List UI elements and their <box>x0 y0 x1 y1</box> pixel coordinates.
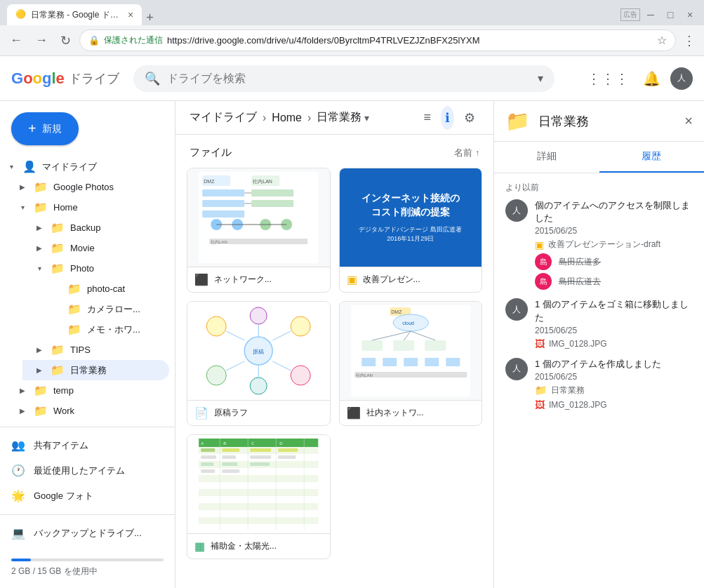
file-card-presentation[interactable]: インターネット接続のコスト削減の提案 デジタルアドバンテージ 島田広道著2016… <box>339 168 483 293</box>
sidebar-item-memo[interactable]: 📁 メモ・ホワ... <box>34 319 169 340</box>
search-bar[interactable]: 🔍 ▾ <box>133 65 554 92</box>
sidebar-item-shared[interactable]: 👥 共有アイテム <box>0 433 169 458</box>
notifications-button[interactable]: 🔔 <box>639 66 665 91</box>
sort-label: 名前 <box>454 147 472 159</box>
svg-point-33 <box>250 377 267 394</box>
item-label: TIPS <box>70 345 91 355</box>
active-tab[interactable]: 🟡 日常業務 - Google ドライブ × <box>7 4 142 25</box>
sidebar-item-camera[interactable]: 📁 カメラロー... <box>34 299 169 319</box>
sidebar-item-work[interactable]: ▶ 📁 Work <box>11 401 169 421</box>
svg-rect-51 <box>425 358 439 366</box>
maximize-button[interactable]: □ <box>663 8 677 22</box>
file-name: 社内ネットワ... <box>366 407 424 419</box>
item-label: Photo <box>70 263 94 274</box>
search-input[interactable] <box>167 72 531 85</box>
history-file-1: ▣ 改善プレゼンテーション-draft <box>535 239 693 250</box>
svg-rect-86 <box>201 469 215 473</box>
sidebar-divider <box>0 427 175 427</box>
svg-point-29 <box>291 366 310 385</box>
tab-area: 🟡 日常業務 - Google ドライブ × + <box>7 4 158 25</box>
history-filename-2: IMG_0128.JPG <box>549 339 607 349</box>
file-type-icon: ▦ <box>194 540 205 553</box>
sidebar-item-mydrive[interactable]: ▾ 👤 マイドライブ <box>0 156 169 177</box>
tab-details[interactable]: 詳細 <box>494 142 599 173</box>
history-date-1: 2015/06/25 <box>535 226 693 236</box>
photo-children: 📁 photo-cat 📁 カメラロー... 📁 メモ・ホワ... <box>22 279 175 340</box>
file-thumbnail: インターネット接続のコスト削減の提案 デジタルアドバンテージ 島田広道著2016… <box>340 168 482 267</box>
file-type-icon: ⬛ <box>347 406 361 420</box>
history-item-3: 人 1 個のアイテムを作成しました 2015/06/25 📁 日常業務 🖼 IM… <box>505 358 693 410</box>
bookmark-button[interactable]: ☆ <box>657 34 667 47</box>
breadcrumb-dropdown-icon[interactable]: ▾ <box>364 112 369 123</box>
list-view-button[interactable]: ≡ <box>419 106 435 130</box>
apps-button[interactable]: ⋮⋮⋮ <box>583 66 633 91</box>
history-body-1: 個のアイテムへのアクセスを制限しました 2015/06/25 ▣ 改善プレゼンテ… <box>535 199 693 290</box>
sidebar-item-google-photos[interactable]: ▶ 📁 Google Photos <box>11 177 169 197</box>
avatar[interactable]: 人 <box>670 67 693 90</box>
sidebar-item-photo[interactable]: ▾ 📁 Photo <box>22 258 169 279</box>
svg-rect-76 <box>222 448 239 452</box>
panel-close-button[interactable]: × <box>684 113 693 129</box>
sort-control[interactable]: 名前 ↑ <box>454 147 479 159</box>
breadcrumb-current-label: 日常業務 <box>317 110 361 125</box>
svg-text:原稿: 原稿 <box>253 349 264 355</box>
settings-button[interactable]: ⚙ <box>460 106 479 130</box>
breadcrumb-home[interactable]: Home <box>272 112 302 124</box>
sidebar-item-home[interactable]: ▾ 📁 Home <box>11 197 169 218</box>
svg-rect-54 <box>199 439 318 447</box>
sidebar-item-movie[interactable]: ▶ 📁 Movie <box>22 238 169 258</box>
browser-menu-button[interactable]: ⋮ <box>680 30 698 51</box>
svg-rect-64 <box>199 482 318 489</box>
plus-icon: + <box>28 121 36 137</box>
breadcrumb: マイドライブ › Home › 日常業務 ▾ ≡ ℹ ⚙ <box>175 101 493 135</box>
item-label: Work <box>53 406 74 416</box>
sidebar-item-photo-cat[interactable]: 📁 photo-cat <box>34 279 169 299</box>
tab-close-button[interactable]: × <box>128 9 133 20</box>
file-type-icon: ⬛ <box>194 273 208 286</box>
slide-sub: デジタルアドバンテージ 島田広道著2016年11月29日 <box>359 225 462 243</box>
tab-favicon: 🟡 <box>15 9 27 20</box>
file-card-spreadsheet[interactable]: A B C D <box>187 434 331 559</box>
file-footer: ⬛ 社内ネットワ... <box>340 400 482 425</box>
tab-history[interactable]: 履歴 <box>599 142 705 173</box>
sidebar-item-nichijo[interactable]: ▶ 📁 日常業務 <box>22 360 169 380</box>
arrow-icon: ▶ <box>17 407 28 415</box>
sidebar-item-temp[interactable]: ▶ 📁 temp <box>11 380 169 401</box>
storage-used <box>11 559 31 561</box>
address-bar-row: ← → ↻ 🔒 保護された通信 https://drive.google.com… <box>0 25 704 55</box>
file-card-draft[interactable]: 原稿 <box>187 301 331 426</box>
info-button[interactable]: ℹ <box>441 106 454 130</box>
address-bar[interactable]: 🔒 保護された通信 https://drive.google.com/drive… <box>79 29 676 51</box>
back-button[interactable]: ← <box>6 30 27 51</box>
right-panel: 📁 日常業務 × 詳細 履歴 より以前 人 個のアイテムへのアクセスを制限しまし… <box>493 101 704 588</box>
breadcrumb-mydrive[interactable]: マイドライブ <box>190 110 257 125</box>
svg-rect-81 <box>250 455 271 459</box>
recent-icon: 🕐 <box>11 464 25 478</box>
history-section-label: より以前 <box>505 182 693 194</box>
sub-user-name-1: 島田広道多 <box>559 256 601 268</box>
mydrive-icon: 👤 <box>22 160 36 173</box>
file-card-network[interactable]: DMZ 社内LAN 社内LAN <box>187 168 331 293</box>
sidebar-item-recent[interactable]: 🕐 最近使用したアイテム <box>0 458 169 483</box>
arrow-icon: ▶ <box>34 244 45 252</box>
forward-button[interactable]: → <box>31 30 52 51</box>
svg-text:社内LAN: 社内LAN <box>356 373 373 377</box>
sidebar-item-backup[interactable]: ▶ 📁 Backup <box>22 218 169 238</box>
svg-point-25 <box>291 316 310 336</box>
sidebar-item-backup-sync[interactable]: 💻 バックアップとドライブ... <box>0 521 169 546</box>
history-text-1: 個のアイテムへのアクセスを制限しました <box>535 199 693 225</box>
url-text: https://drive.google.com/drive/u/4/folde… <box>167 35 653 46</box>
sidebar-item-tips[interactable]: ▶ 📁 TIPS <box>22 340 169 360</box>
backup-icon: 💻 <box>11 526 25 540</box>
file-card-network2[interactable]: DMZ cloud <box>339 301 483 426</box>
svg-line-26 <box>272 331 291 340</box>
close-button[interactable]: × <box>683 8 697 22</box>
history-file-3a: 📁 日常業務 <box>535 385 693 396</box>
lock-icon: 🔒 <box>88 35 100 46</box>
sidebar-item-photos[interactable]: 🌟 Google フォト <box>0 483 169 509</box>
minimize-button[interactable]: ─ <box>644 8 658 22</box>
new-tab-button[interactable]: + <box>142 11 158 25</box>
mindmap-svg: 原稿 <box>187 302 330 400</box>
new-button[interactable]: + 新規 <box>11 112 79 145</box>
reload-button[interactable]: ↻ <box>56 30 75 51</box>
